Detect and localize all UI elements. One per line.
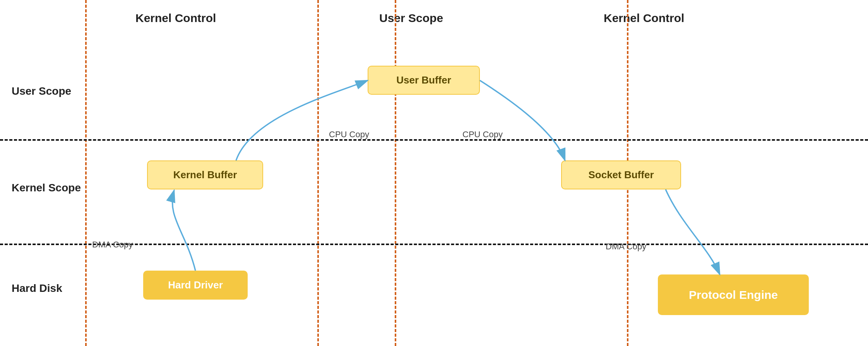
dma-copy-label-left: DMA Copy [92, 240, 133, 250]
kernel-buffer-box: Kernel Buffer [147, 160, 263, 189]
row-label-hard-disk: Hard Disk [12, 282, 62, 295]
diagram-container: Kernel Control User Scope Kernel Control… [0, 0, 868, 346]
protocol-engine-box: Protocol Engine [658, 274, 809, 315]
row-label-user-scope: User Scope [12, 85, 71, 97]
col-header-kernel-right: Kernel Control [604, 12, 684, 25]
v-divider-3 [395, 0, 396, 346]
h-divider-1 [0, 139, 868, 141]
v-divider-1 [85, 0, 87, 346]
dma-copy-label-right: DMA Copy [606, 242, 646, 252]
socket-buffer-box: Socket Buffer [561, 160, 681, 189]
col-header-user-scope: User Scope [379, 12, 443, 25]
v-divider-2 [317, 0, 319, 346]
hard-driver-box: Hard Driver [143, 271, 248, 300]
cpu-copy-label-right: CPU Copy [462, 130, 503, 140]
col-header-kernel-left: Kernel Control [135, 12, 216, 25]
user-buffer-box: User Buffer [368, 66, 480, 95]
cpu-copy-label-left: CPU Copy [329, 130, 369, 140]
row-label-kernel-scope: Kernel Scope [12, 182, 81, 194]
